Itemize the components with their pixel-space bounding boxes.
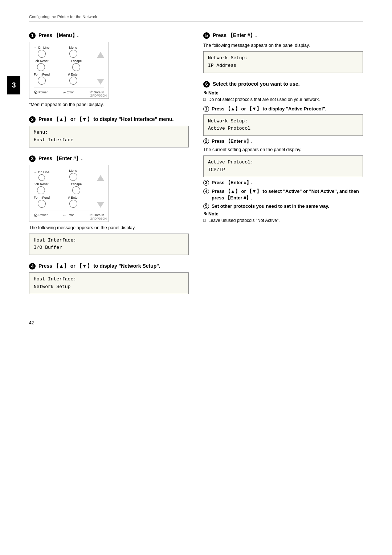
form-feed-button bbox=[38, 77, 46, 85]
step-3: 3 Press 【Enter #】. → On Line Menu bbox=[29, 155, 189, 255]
page-header: Configuring the Printer for the Network bbox=[29, 15, 363, 21]
step-2-title: 2 Press 【▲】 or 【▼】 to display "Host Inte… bbox=[29, 116, 189, 123]
escape-button bbox=[72, 63, 80, 71]
step-5: 5 Press 【Enter #】. The following message… bbox=[203, 32, 363, 73]
job-reset-cell: Job Reset bbox=[34, 59, 49, 71]
substep-b-display: Active Protocol:TCP/IP bbox=[203, 155, 363, 177]
enter-cell-2: # Enter bbox=[68, 196, 78, 208]
step-6-note-block: ✎ Note Do not select protocols that are … bbox=[203, 90, 363, 103]
step-6-substep-5: 5 Set other protocols you need to set in… bbox=[203, 203, 363, 209]
step-3-note: The following message appears on the pan… bbox=[29, 224, 189, 231]
step-4-title: 4 Press 【▲】 or 【▼】 to display "Network S… bbox=[29, 263, 189, 270]
menu-cell: Menu bbox=[69, 46, 77, 58]
menu-cell-2: Menu bbox=[69, 169, 77, 181]
step-4: 4 Press 【▲】 or 【▼】 to display "Network S… bbox=[29, 263, 189, 294]
printer-panel-2: → On Line Menu bbox=[29, 165, 109, 222]
step-1: 1 Press 【Menu】. → On Line Menu bbox=[29, 32, 189, 108]
escape-button-2 bbox=[72, 186, 80, 194]
step-6-title: 6 Select the protocol you want to use. bbox=[203, 81, 363, 88]
step-2-display: Menu:Host Interface bbox=[29, 126, 189, 147]
arrow-down-icon-2 bbox=[97, 202, 104, 208]
step-1-title: 1 Press 【Menu】. bbox=[29, 32, 189, 39]
menu-button bbox=[69, 50, 77, 58]
on-line-button-2 bbox=[38, 174, 45, 181]
page-number: 42 bbox=[29, 320, 363, 325]
substep-a-display: Network Setup:Active Protocol bbox=[203, 114, 363, 136]
step-6-note2-block: ✎ Note Leave unused protocols "Not Activ… bbox=[203, 211, 363, 224]
enter-cell: # Enter bbox=[68, 73, 78, 85]
job-reset-cell-2: Job Reset bbox=[34, 182, 49, 194]
on-line-cell: → On Line bbox=[34, 46, 49, 58]
menu-button-2 bbox=[69, 173, 77, 181]
enter-button-2 bbox=[69, 200, 77, 208]
substep-b-note: The current setting appears on the panel… bbox=[203, 146, 363, 153]
form-feed-cell: Form Feed bbox=[34, 73, 50, 85]
step-3-title: 3 Press 【Enter #】. bbox=[29, 155, 189, 162]
step-6-substep-4: 4 Press 【▲】 or 【▼】 to select "Active" or… bbox=[203, 188, 363, 201]
printer-panel-1: → On Line Menu bbox=[29, 42, 109, 99]
arrow-up-icon-2 bbox=[97, 175, 104, 181]
job-reset-button-2 bbox=[37, 186, 45, 194]
step-3-display: Host Interface:I/O Buffer bbox=[29, 234, 189, 255]
step-5-display: Network Setup:IP Address bbox=[203, 51, 363, 73]
step-6-substep-3: 3 Press 【Enter #】. bbox=[203, 179, 363, 186]
form-feed-cell-2: Form Feed bbox=[34, 196, 50, 208]
enter-button bbox=[69, 77, 77, 85]
right-column: 5 Press 【Enter #】. The following message… bbox=[203, 32, 363, 302]
on-line-cell-2: → On Line bbox=[34, 170, 49, 181]
step-5-title: 5 Press 【Enter #】. bbox=[203, 32, 363, 39]
job-reset-button bbox=[37, 63, 45, 71]
step-6-substep-1: 1 Press 【▲】 or 【▼】 to display "Active Pr… bbox=[203, 106, 363, 136]
step-6: 6 Select the protocol you want to use. ✎… bbox=[203, 81, 363, 224]
escape-cell-2: Escape bbox=[71, 182, 82, 194]
form-feed-button-2 bbox=[38, 200, 46, 208]
escape-cell: Escape bbox=[71, 59, 82, 71]
step-6-substep-2: 2 Press 【Enter #】. The current setting a… bbox=[203, 138, 363, 177]
step-4-display: Host Interface:Network Setup bbox=[29, 272, 189, 294]
arrow-down-icon bbox=[97, 79, 104, 85]
step-2: 2 Press 【▲】 or 【▼】 to display "Host Inte… bbox=[29, 116, 189, 147]
on-line-button bbox=[38, 50, 46, 58]
step-5-note: The following message appears on the pan… bbox=[203, 42, 363, 49]
arrow-up-icon bbox=[97, 52, 104, 58]
left-column: 1 Press 【Menu】. → On Line Menu bbox=[29, 32, 189, 302]
section-number-tab: 3 bbox=[7, 76, 20, 94]
step-1-note: "Menu" appears on the panel display. bbox=[29, 101, 189, 108]
